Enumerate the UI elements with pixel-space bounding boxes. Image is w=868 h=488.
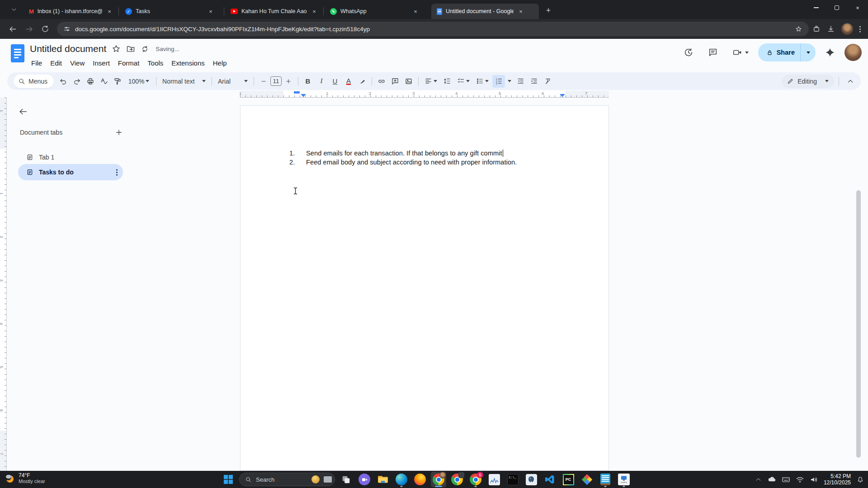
underline-button[interactable]: U <box>329 75 341 88</box>
chat-app-icon[interactable] <box>357 472 372 487</box>
browser-tab-docs-active[interactable]: Untitled document - Google Do × <box>431 4 539 19</box>
line-spacing-button[interactable] <box>441 75 453 88</box>
wifi-icon[interactable] <box>796 475 804 484</box>
insert-image-button[interactable] <box>402 75 415 88</box>
taskbar-search[interactable]: Search <box>239 473 335 486</box>
downloads-icon[interactable] <box>827 25 835 33</box>
document-page[interactable]: 1. Send emails for each transaction. If … <box>240 105 609 471</box>
taskbar-clock[interactable]: 5:42 PM 12/10/2025 <box>824 473 851 486</box>
menu-file[interactable]: File <box>27 58 46 68</box>
decrease-font-size-button[interactable] <box>257 75 270 88</box>
google-docs-logo[interactable] <box>11 44 24 62</box>
extensions-icon[interactable] <box>812 25 821 33</box>
browser-tab-youtube[interactable]: Kahan Ho Tum Chale Aao [Lyric × <box>225 4 322 19</box>
checklist-select[interactable] <box>454 75 472 88</box>
menu-format[interactable]: Format <box>114 58 144 68</box>
share-dropdown[interactable] <box>800 43 816 61</box>
browser-menu-icon[interactable] <box>859 28 861 30</box>
add-document-tab-button[interactable] <box>115 128 123 136</box>
star-document-icon[interactable] <box>112 44 121 53</box>
hide-menus-button[interactable] <box>844 75 857 88</box>
window-maximize-button[interactable] <box>826 0 847 15</box>
zoom-select[interactable]: 100% <box>125 75 153 88</box>
volume-icon[interactable] <box>810 475 818 484</box>
browser-profile-avatar[interactable] <box>841 23 853 35</box>
horizontal-ruler[interactable]: 1 1 2 3 4 5 6 7 <box>240 91 609 98</box>
numbered-list-dropdown[interactable] <box>506 75 513 88</box>
tab-close-icon[interactable]: × <box>207 8 214 15</box>
clear-formatting-button[interactable] <box>541 75 554 88</box>
forward-button[interactable] <box>22 22 36 36</box>
menus-search-button[interactable]: Menus <box>14 75 54 88</box>
vertical-scrollbar[interactable] <box>856 190 861 458</box>
edge-browser-icon[interactable] <box>394 472 409 487</box>
tab-options-kebab-icon[interactable] <box>116 172 118 173</box>
redo-button[interactable] <box>71 75 83 88</box>
taskpro-app-icon[interactable]: TaskPro <box>616 472 632 487</box>
bookmark-star-icon[interactable] <box>795 25 802 33</box>
list-item[interactable]: 2. Feed email body and subject according… <box>289 158 570 167</box>
document-tab-tasks-to-do[interactable]: Tasks to do <box>18 164 123 180</box>
weather-widget[interactable]: 74°F Mostly clear <box>4 472 45 484</box>
account-avatar[interactable] <box>844 44 862 61</box>
document-tab-1[interactable]: Tab 1 <box>18 149 123 165</box>
align-select[interactable] <box>422 75 440 88</box>
tab-close-icon[interactable]: × <box>412 8 419 15</box>
insert-link-button[interactable] <box>375 75 388 88</box>
chrome-window3-icon[interactable]: S <box>468 472 483 487</box>
right-indent-marker[interactable] <box>560 94 565 97</box>
version-history-button[interactable] <box>679 42 698 62</box>
chrome-window2-icon[interactable] <box>449 472 465 487</box>
tab-scroll-chevron-icon[interactable] <box>6 2 22 17</box>
chrome-active-window-icon[interactable] <box>431 472 446 487</box>
editing-mode-select[interactable]: Editing <box>782 75 834 88</box>
menu-tools[interactable]: Tools <box>143 58 167 68</box>
undo-button[interactable] <box>57 75 70 88</box>
start-button[interactable] <box>221 472 236 487</box>
postgresql-icon[interactable] <box>524 472 539 487</box>
colorful-diamond-app-icon[interactable] <box>579 472 594 487</box>
menu-view[interactable]: View <box>66 58 89 68</box>
font-family-select[interactable]: Arial <box>215 75 250 88</box>
tab-close-icon[interactable]: × <box>106 8 113 15</box>
task-view-button[interactable] <box>338 472 354 487</box>
menu-help[interactable]: Help <box>209 58 231 68</box>
tab-close-icon[interactable]: × <box>517 8 524 15</box>
move-to-folder-icon[interactable] <box>126 44 135 53</box>
window-minimize-button[interactable] <box>806 0 826 15</box>
window-close-button[interactable]: × <box>847 0 868 15</box>
first-line-indent-marker[interactable] <box>294 91 300 94</box>
firefox-browser-icon[interactable] <box>412 472 428 487</box>
gemini-icon[interactable] <box>820 42 840 62</box>
left-indent-marker[interactable] <box>301 94 306 97</box>
increase-indent-button[interactable] <box>528 75 540 88</box>
new-tab-button[interactable]: + <box>542 5 554 16</box>
meet-call-button[interactable] <box>727 42 754 62</box>
touch-keyboard-icon[interactable] <box>782 475 790 484</box>
back-button[interactable] <box>6 22 19 36</box>
vscode-icon[interactable] <box>542 472 557 487</box>
list-item[interactable]: 1. Send emails for each transaction. If … <box>289 149 570 158</box>
paragraph-style-select[interactable]: Normal text <box>160 75 208 88</box>
terminal-icon[interactable]: C:\_ <box>505 472 520 487</box>
menu-edit[interactable]: Edit <box>46 58 66 68</box>
notepad-app-icon[interactable] <box>598 472 613 487</box>
browser-tab-whatsapp[interactable]: WhatsApp × <box>325 4 428 19</box>
pycharm-icon[interactable]: PC <box>561 472 576 487</box>
print-button[interactable] <box>84 75 97 88</box>
font-size-input[interactable]: 11 <box>270 76 282 86</box>
text-color-button[interactable]: A <box>342 75 355 88</box>
menu-extensions[interactable]: Extensions <box>167 58 208 68</box>
address-bar[interactable]: docs.google.com/document/d/1IlCRHsXQCY-J… <box>57 22 809 36</box>
tray-expand-chevron-icon[interactable] <box>755 476 762 483</box>
menu-insert[interactable]: Insert <box>89 58 114 68</box>
increase-font-size-button[interactable] <box>282 75 295 88</box>
document-title[interactable]: Untitled document <box>30 43 106 54</box>
paint-format-button[interactable] <box>111 75 124 88</box>
reload-button[interactable] <box>38 22 52 36</box>
browser-tab-gmail[interactable]: M Inbox (1) - ishann.tforce@gmai × <box>24 4 118 19</box>
tab-close-icon[interactable]: × <box>311 8 318 15</box>
spell-check-button[interactable] <box>98 75 110 88</box>
vertical-ruler[interactable]: 1 1 2 3 4 5 6 7 <box>0 98 7 471</box>
numbered-list[interactable]: 1. Send emails for each transaction. If … <box>289 149 570 167</box>
